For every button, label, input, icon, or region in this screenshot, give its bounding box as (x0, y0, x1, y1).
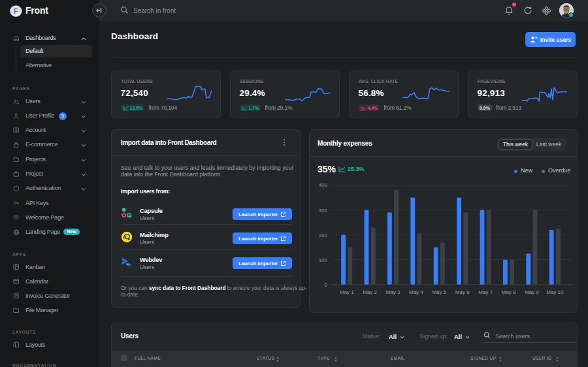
svg-text:400: 400 (319, 182, 328, 188)
svg-text:May 3: May 3 (386, 289, 400, 295)
svg-text:300: 300 (319, 208, 328, 214)
svg-text:May 7: May 7 (478, 289, 493, 295)
svg-text:May 2: May 2 (363, 289, 377, 295)
svg-text:May 9: May 9 (525, 289, 539, 295)
svg-text:F: F (14, 7, 18, 15)
svg-text:0: 0 (325, 282, 328, 288)
svg-text:200: 200 (319, 232, 328, 238)
svg-text:May 8: May 8 (502, 289, 516, 295)
svg-text:May 4: May 4 (409, 289, 423, 295)
svg-text:May 1: May 1 (340, 289, 354, 295)
svg-text:May 5: May 5 (432, 289, 446, 295)
svg-text:100: 100 (319, 257, 328, 263)
svg-text:May 10: May 10 (546, 289, 564, 295)
svg-text:May 6: May 6 (455, 289, 470, 295)
